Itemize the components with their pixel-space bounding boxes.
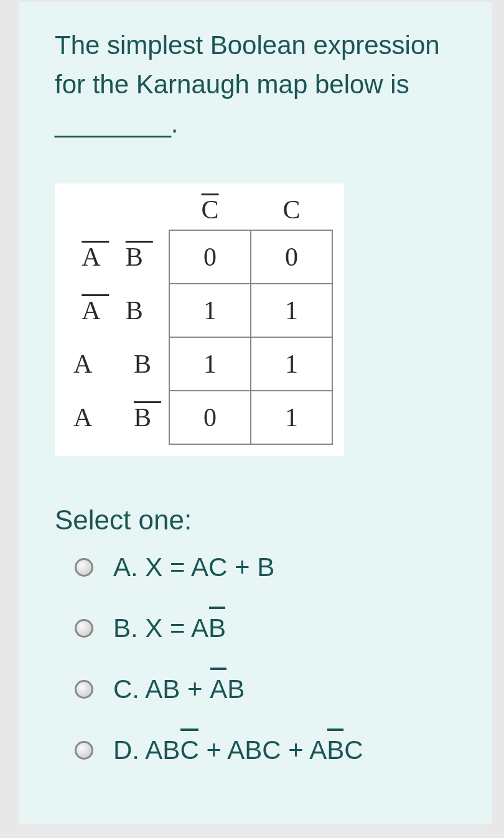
option-c[interactable]: C. AB + AB: [75, 676, 473, 702]
kmap-row-3: A B 0 1: [67, 391, 332, 444]
kmap-row-2: A B 1 1: [67, 337, 332, 391]
kmap-row-0: A B 0 0: [67, 230, 332, 284]
col-header-c: C: [251, 195, 332, 230]
option-a[interactable]: A. X = AC + B: [75, 554, 473, 580]
radio-d[interactable]: [75, 741, 93, 760]
radio-b[interactable]: [75, 619, 93, 638]
radio-a[interactable]: [75, 558, 93, 577]
cell-1-0: 1: [169, 284, 251, 337]
quiz-card: The simplest Boolean expression for the …: [19, 2, 492, 824]
option-d[interactable]: D. ABC + ABC + ABC: [75, 737, 473, 763]
kmap-header-row: C C: [67, 195, 332, 230]
kmap-image: C C A B 0 0 A B 1 1 A B 1 1 A B 0 1: [55, 184, 344, 456]
radio-c[interactable]: [75, 680, 93, 699]
options-group: A. X = AC + B B. X = AB C. AB + AB D. AB…: [55, 554, 473, 763]
cell-0-0: 0: [169, 230, 251, 284]
kmap-row-1: A B 1 1: [67, 284, 332, 337]
cell-3-1: 1: [251, 391, 332, 444]
option-a-label: A. X = AC + B: [113, 554, 274, 580]
option-b-label: B. X = AB: [113, 615, 226, 641]
cell-2-0: 1: [169, 337, 251, 391]
option-d-label: D. ABC + ABC + ABC: [113, 737, 363, 763]
cell-0-1: 0: [251, 230, 332, 284]
question-text: The simplest Boolean expression for the …: [55, 26, 473, 143]
option-b[interactable]: B. X = AB: [75, 615, 473, 641]
row-label-1: A B: [67, 284, 169, 337]
row-label-3: A B: [67, 391, 169, 444]
row-label-2: A B: [67, 337, 169, 391]
cell-3-0: 0: [169, 391, 251, 444]
cell-2-1: 1: [251, 337, 332, 391]
option-c-label: C. AB + AB: [113, 676, 245, 702]
col-header-cbar: C: [169, 195, 251, 230]
kmap-table: C C A B 0 0 A B 1 1 A B 1 1 A B 0 1: [67, 195, 333, 445]
row-label-0: A B: [67, 230, 169, 284]
select-one-label: Select one:: [55, 505, 473, 536]
cell-1-1: 1: [251, 284, 332, 337]
